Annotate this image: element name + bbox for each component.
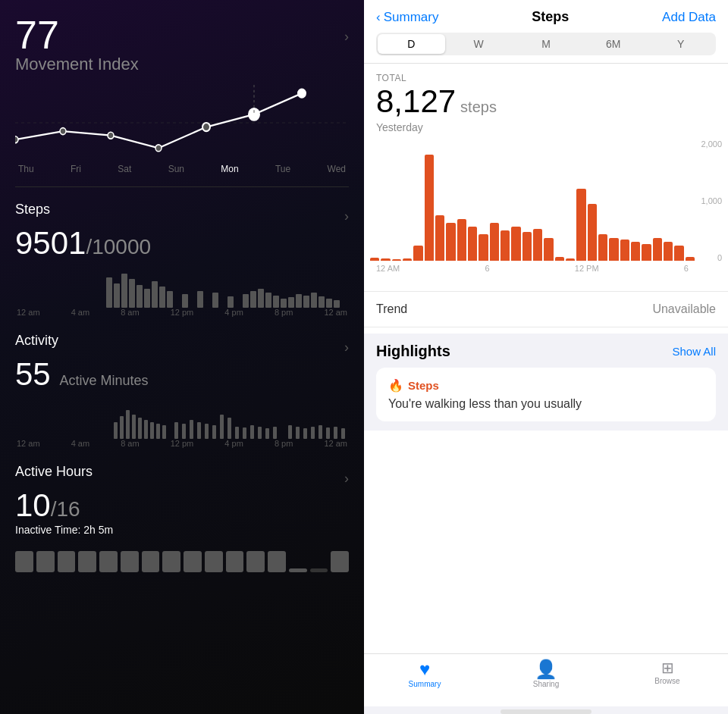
tab-6m[interactable]: 6M bbox=[579, 34, 647, 54]
svg-rect-28 bbox=[288, 297, 294, 308]
steps-value-display: 9501/10000 bbox=[15, 226, 349, 261]
svg-rect-47 bbox=[197, 422, 201, 439]
svg-rect-51 bbox=[228, 418, 231, 439]
svg-rect-27 bbox=[281, 299, 287, 308]
steps-summary: TOTAL 8,127steps Yesterday bbox=[364, 64, 728, 133]
trend-row: Trend Unavailable bbox=[364, 291, 728, 327]
tab-w[interactable]: W bbox=[445, 34, 513, 54]
svg-rect-55 bbox=[258, 427, 262, 439]
activity-title: Activity bbox=[15, 333, 58, 349]
steps-chevron-icon[interactable]: › bbox=[344, 208, 349, 224]
right-panel: ‹ Summary Steps Add Data D W M 6M Y TOTA… bbox=[364, 0, 728, 714]
svg-rect-29 bbox=[296, 294, 302, 308]
svg-rect-21 bbox=[228, 296, 234, 308]
steps-time-labels: 12 am 4 am 8 am 12 pm 4 pm 8 pm 12 am bbox=[15, 308, 349, 317]
svg-rect-19 bbox=[197, 291, 203, 308]
svg-rect-37 bbox=[126, 410, 130, 439]
steps-date: Yesterday bbox=[376, 121, 716, 133]
svg-rect-52 bbox=[235, 427, 239, 439]
show-all-button[interactable]: Show All bbox=[672, 345, 716, 358]
movement-value: 77 bbox=[15, 15, 139, 55]
back-label[interactable]: Summary bbox=[384, 10, 439, 25]
svg-rect-43 bbox=[162, 425, 166, 439]
trend-label: Trend bbox=[376, 302, 407, 316]
svg-rect-35 bbox=[114, 422, 118, 439]
svg-rect-53 bbox=[243, 427, 246, 439]
activity-mini-chart bbox=[15, 393, 349, 439]
activity-chevron-icon[interactable]: › bbox=[344, 340, 349, 355]
page-title: Steps bbox=[532, 9, 569, 25]
svg-rect-48 bbox=[205, 424, 209, 439]
tab-browse-label: Browse bbox=[654, 677, 679, 685]
svg-rect-25 bbox=[265, 293, 271, 308]
svg-rect-10 bbox=[114, 283, 120, 308]
activity-section: Activity › 55 Active Minutes bbox=[15, 326, 349, 448]
svg-rect-32 bbox=[318, 296, 325, 308]
sharing-icon: 👤 bbox=[535, 660, 557, 678]
svg-rect-56 bbox=[265, 428, 269, 439]
svg-rect-20 bbox=[212, 293, 218, 308]
svg-rect-23 bbox=[250, 291, 256, 308]
tab-summary[interactable]: ♥ Summary bbox=[364, 660, 485, 694]
tab-sharing[interactable]: 👤 Sharing bbox=[485, 660, 607, 694]
movement-chevron-icon[interactable]: › bbox=[344, 29, 349, 45]
active-hours-section: Active Hours › 10/16 Inactive Time: 2h 5… bbox=[15, 457, 349, 572]
browse-icon: ⊞ bbox=[661, 660, 674, 675]
svg-rect-15 bbox=[152, 281, 158, 308]
svg-rect-54 bbox=[250, 425, 254, 439]
svg-rect-64 bbox=[334, 427, 337, 439]
steps-unit: steps bbox=[460, 99, 497, 115]
svg-rect-12 bbox=[129, 279, 135, 308]
active-hours-value-display: 10/16 bbox=[15, 488, 349, 523]
day-fri: Fri bbox=[71, 164, 81, 174]
y-label-2000: 2,000 bbox=[701, 139, 722, 149]
highlights-title: Highlights bbox=[376, 343, 450, 360]
tab-browse[interactable]: ⊞ Browse bbox=[607, 660, 728, 694]
tab-m[interactable]: M bbox=[513, 34, 580, 54]
svg-rect-30 bbox=[303, 296, 309, 308]
home-indicator bbox=[500, 709, 592, 714]
svg-rect-18 bbox=[182, 294, 188, 308]
x-label-6pm: 6 bbox=[684, 264, 689, 273]
period-tabs: D W M 6M Y bbox=[376, 33, 716, 55]
svg-rect-26 bbox=[273, 296, 279, 308]
svg-rect-17 bbox=[167, 291, 173, 308]
svg-rect-62 bbox=[318, 425, 322, 439]
highlights-section: Highlights Show All 🔥 Steps You're walki… bbox=[364, 334, 728, 431]
back-button[interactable]: ‹ Summary bbox=[376, 10, 438, 25]
highlight-card: 🔥 Steps You're walking less than you usu… bbox=[376, 368, 716, 421]
activity-time-labels: 12 am 4 am 8 am 12 pm 4 pm 8 pm 12 am bbox=[15, 439, 349, 448]
y-label-0: 0 bbox=[717, 253, 722, 262]
back-chevron-icon: ‹ bbox=[376, 10, 381, 25]
steps-mini-chart bbox=[15, 262, 349, 308]
active-hours-title: Active Hours bbox=[15, 464, 93, 480]
left-panel: 77 Movement Index › Thu Fri Sat Sun bbox=[0, 0, 364, 714]
svg-rect-61 bbox=[311, 427, 315, 439]
svg-rect-40 bbox=[144, 420, 148, 439]
summary-icon: ♥ bbox=[419, 660, 430, 678]
tab-y[interactable]: Y bbox=[647, 34, 714, 54]
svg-rect-41 bbox=[150, 422, 154, 439]
add-data-button[interactable]: Add Data bbox=[662, 10, 716, 25]
svg-rect-58 bbox=[288, 425, 292, 439]
bars-container bbox=[370, 139, 722, 261]
tab-d[interactable]: D bbox=[378, 34, 445, 54]
trend-value: Unavailable bbox=[652, 302, 716, 316]
active-hours-chevron-icon[interactable]: › bbox=[344, 471, 349, 487]
svg-rect-42 bbox=[156, 424, 160, 439]
svg-rect-33 bbox=[326, 299, 332, 308]
svg-rect-11 bbox=[121, 274, 127, 308]
svg-rect-14 bbox=[144, 289, 150, 308]
svg-rect-59 bbox=[296, 427, 300, 439]
svg-point-3 bbox=[108, 132, 114, 139]
inactive-time: Inactive Time: 2h 5m bbox=[15, 524, 349, 536]
svg-rect-39 bbox=[138, 418, 142, 439]
svg-point-8 bbox=[298, 89, 306, 98]
total-label: TOTAL bbox=[376, 73, 716, 83]
day-thu: Thu bbox=[18, 164, 34, 174]
highlight-card-title: Steps bbox=[408, 379, 439, 392]
day-tue: Tue bbox=[275, 164, 290, 174]
highlight-fire-icon: 🔥 bbox=[388, 378, 403, 393]
svg-rect-38 bbox=[132, 415, 136, 439]
svg-point-4 bbox=[155, 145, 162, 152]
